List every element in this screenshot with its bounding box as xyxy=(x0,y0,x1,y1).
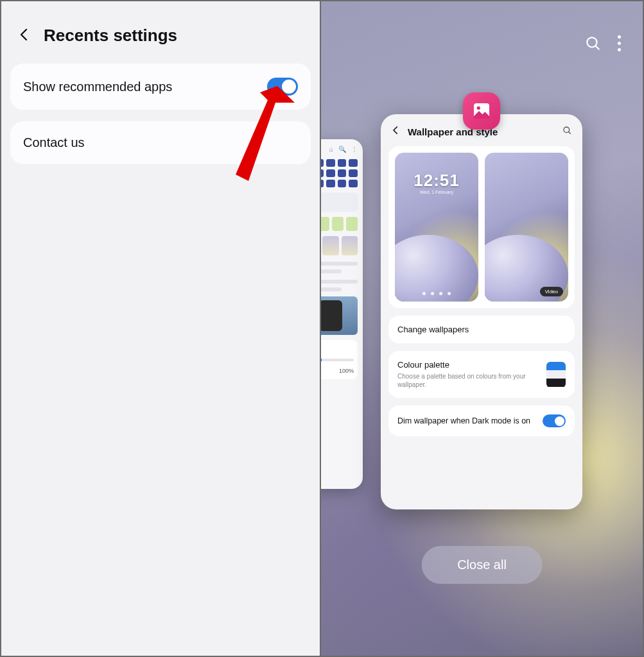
progress-percent: 100% xyxy=(321,368,354,374)
lock-screen-preview[interactable]: 12:51 Wed, 1 February xyxy=(395,153,478,302)
dim-wallpaper-toggle[interactable] xyxy=(543,414,566,427)
row-label: Change wallpapers xyxy=(397,325,469,334)
svg-line-6 xyxy=(569,132,571,134)
home-screen-preview[interactable]: Video xyxy=(485,153,568,302)
page-title: Recents settings xyxy=(44,26,177,46)
row-label: Dim wallpaper when Dark mode is on xyxy=(397,416,536,427)
video-badge: Video xyxy=(540,287,563,296)
lock-clock: 12:51 xyxy=(395,171,478,191)
thumbnail-image xyxy=(321,296,358,335)
gallery-icon[interactable] xyxy=(463,92,500,130)
wallpaper-previews: 12:51 Wed, 1 February Video xyxy=(388,146,575,308)
pin-label: pin... xyxy=(321,345,354,351)
lock-date: Wed, 1 February xyxy=(395,190,478,194)
setting-label: Show recommended apps xyxy=(23,80,172,94)
back-icon[interactable] xyxy=(17,27,32,45)
close-all-button[interactable]: Close all xyxy=(421,546,543,584)
change-wallpapers-row[interactable]: Change wallpapers xyxy=(388,316,575,343)
back-icon[interactable] xyxy=(390,124,401,139)
contact-us-row[interactable]: Contact us xyxy=(10,121,311,164)
row-label: Colour palette xyxy=(397,360,540,370)
recents-card-wallpaper-and-style[interactable]: Wallpaper and style 12:51 Wed, 1 Februar… xyxy=(381,114,582,509)
recents-settings-screen: Recents settings Show recommended apps C… xyxy=(0,0,321,657)
search-icon[interactable] xyxy=(562,125,572,138)
more-options-icon[interactable] xyxy=(618,35,621,51)
dim-wallpaper-row[interactable]: Dim wallpaper when Dark mode is on xyxy=(388,405,575,436)
colour-palette-row[interactable]: Colour palette Choose a palette based on… xyxy=(388,351,575,398)
svg-line-2 xyxy=(596,46,599,49)
progress-bar xyxy=(321,359,354,361)
header: Recents settings xyxy=(10,17,311,64)
show-recommended-apps-row[interactable]: Show recommended apps xyxy=(10,64,311,110)
palette-swatch xyxy=(546,362,566,388)
setting-label: Contact us xyxy=(23,135,85,150)
search-icon: 🔍 xyxy=(338,146,346,153)
recents-card-previous[interactable]: ⌂ 🔍 ⋮ pin... 100% xyxy=(321,139,363,489)
recents-overview-screen: ⌂ 🔍 ⋮ pin... 100% xyxy=(321,0,644,657)
recents-top-actions xyxy=(584,35,621,51)
show-recommended-apps-toggle[interactable] xyxy=(267,78,298,96)
more-options-icon: ⋮ xyxy=(351,146,358,153)
svg-point-4 xyxy=(477,107,480,110)
close-all-label: Close all xyxy=(457,558,507,572)
row-sublabel: Choose a palette based on colours from y… xyxy=(397,372,540,389)
search-icon[interactable] xyxy=(584,35,601,51)
home-icon: ⌂ xyxy=(329,146,333,153)
